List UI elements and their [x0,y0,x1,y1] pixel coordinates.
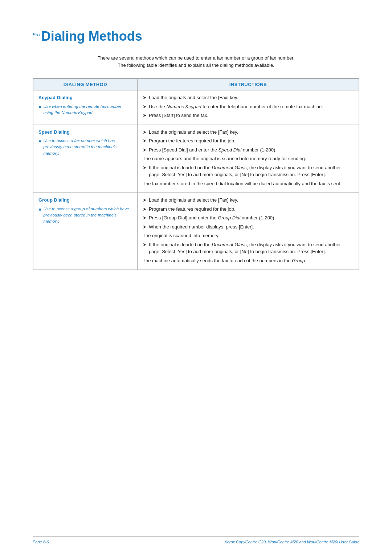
arrow-icon: ➤ [143,112,147,119]
intro-line1: There are several methods which can be u… [98,55,295,61]
method-cell-speed: Speed Dialing ● Use to access a fax numb… [33,125,138,193]
arrow-icon: ➤ [143,197,147,204]
title-area: Fax Dialing Methods [33,29,359,44]
instruction-text: If the original is loaded on the Documen… [149,164,354,178]
bullet-dot: ● [38,206,41,225]
page-container: Fax Dialing Methods There are several me… [0,0,392,292]
instructions-cell-keypad: ➤ Load the originals and select the [Fax… [138,90,359,125]
arrow-icon: ➤ [143,214,147,222]
intro-text: There are several methods which can be u… [69,54,323,70]
instruction-item: ➤ Load the originals and select the [Fax… [143,197,354,204]
instruction-item: ➤ Press [Start] to send the fax. [143,112,354,119]
instruction-text: Program the features required for the jo… [149,137,354,145]
footer-title: Xerox CopyCentre C20, WorkCentre M20 and… [224,540,359,544]
method-cell-keypad: Keypad Dialing ● Use when entering the r… [33,90,138,125]
extra-text: The machine automatically sends the fax … [143,257,354,264]
instruction-text: Program the features required for the jo… [149,206,354,213]
instruction-text: Load the originals and select the [Fax] … [149,129,354,136]
bullet-speed: ● Use to access a fax number which has p… [38,138,132,157]
instructions-cell-group: ➤ Load the originals and select the [Fax… [138,193,359,270]
method-cell-group: Group Dialing ● Use to access a group of… [33,193,138,270]
table-row: Keypad Dialing ● Use when entering the r… [33,90,359,125]
instruction-text: Use the Numeric Keypad to enter the tele… [149,103,354,110]
method-title-speed: Speed Dialing [38,129,132,136]
method-note-keypad: Use when entering the remote fax number … [43,104,132,116]
title-main: Dialing Methods [41,29,142,44]
table-row: Group Dialing ● Use to access a group of… [33,193,359,270]
instructions-cell-speed: ➤ Load the originals and select the [Fax… [138,125,359,193]
method-title-group: Group Dialing [38,197,132,204]
instruction-text: Load the originals and select the [Fax] … [149,197,354,204]
arrow-icon: ➤ [143,137,147,145]
extra-text: The fax number stored in the speed dial … [143,180,354,187]
page-footer: Page 6-6 Xerox CopyCentre C20, WorkCentr… [33,536,359,544]
arrow-icon: ➤ [143,164,147,178]
instruction-text: Load the originals and select the [Fax] … [149,94,354,101]
bullet-dot: ● [38,138,41,157]
arrow-icon: ➤ [143,146,147,154]
instruction-item: ➤ When the required number displays, pre… [143,223,354,231]
arrow-icon: ➤ [143,206,147,213]
instruction-item: ➤ Use the Numeric Keypad to enter the te… [143,103,354,110]
intro-line2: The following table identifies and expla… [118,62,274,68]
instruction-item: ➤ Press [Group Dial] and enter the Group… [143,214,354,222]
instruction-item: ➤ Press [Speed Dial] and enter the Speed… [143,146,354,154]
arrow-icon: ➤ [143,94,147,101]
method-title-keypad: Keypad Dialing [38,94,132,101]
extra-text: The original is scanned into memory. [143,232,354,239]
fax-label: Fax [33,32,41,37]
instruction-text: When the required number displays, press… [149,223,354,231]
col-method-header: DIALING METHOD [33,79,138,90]
dialing-table: DIALING METHOD INSTRUCTIONS Keypad Diali… [33,78,359,270]
footer-page: Page 6-6 [33,540,49,544]
arrow-icon: ➤ [143,103,147,110]
method-note-speed: Use to access a fax number which has pre… [43,138,132,157]
instruction-text: If the original is loaded on the Documen… [149,241,354,255]
extra-text: The name appears and the original is sca… [143,155,354,162]
arrow-icon: ➤ [143,223,147,231]
arrow-icon: ➤ [143,241,147,255]
bullet-dot: ● [38,104,41,116]
instruction-text: Press [Speed Dial] and enter the Speed D… [149,146,354,154]
bullet-keypad: ● Use when entering the remote fax numbe… [38,104,132,116]
instruction-item: ➤ Load the originals and select the [Fax… [143,94,354,101]
col-instructions-header: INSTRUCTIONS [138,79,359,90]
instruction-item: ➤ Load the originals and select the [Fax… [143,129,354,136]
instruction-item: ➤ Program the features required for the … [143,206,354,213]
instruction-text: Press [Start] to send the fax. [149,112,354,119]
instruction-text: Press [Group Dial] and enter the Group D… [149,214,354,222]
bullet-group: ● Use to access a group of numbers which… [38,206,132,225]
instruction-item: ➤ If the original is loaded on the Docum… [143,241,354,255]
arrow-icon: ➤ [143,129,147,136]
method-note-group: Use to access a group of numbers which h… [43,206,132,225]
instruction-item: ➤ If the original is loaded on the Docum… [143,164,354,178]
instruction-item: ➤ Program the features required for the … [143,137,354,145]
page-title: Fax Dialing Methods [33,29,359,44]
table-row: Speed Dialing ● Use to access a fax numb… [33,125,359,193]
